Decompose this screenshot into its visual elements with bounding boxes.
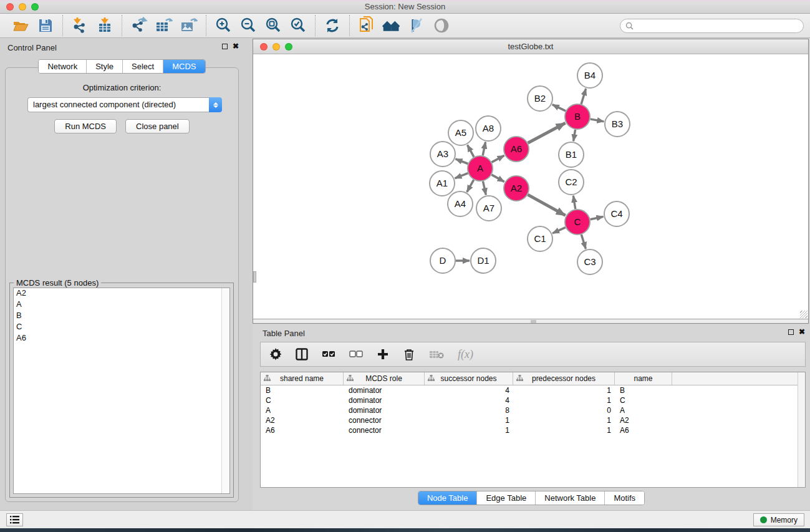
column-header-MCDS-role[interactable]: MCDS role [344,372,425,385]
resize-grip-icon[interactable] [800,311,808,318]
svg-text:A3: A3 [437,148,448,159]
table-cell: connector [344,425,425,435]
import-table-icon[interactable] [95,16,114,35]
status-bar: Memory [0,510,810,528]
control-panel-tabs: Network Style Select MCDS [0,59,244,74]
network-hscroll-thumb[interactable] [531,320,536,323]
export-network-icon[interactable] [130,16,148,35]
zoom-out-icon[interactable] [239,16,258,35]
svg-text:A6: A6 [511,143,522,154]
mcds-result-item[interactable]: A2 [14,288,229,299]
table-cell: A [615,405,672,415]
tab-mcds[interactable]: MCDS [163,60,205,73]
network-vscroll-thumb[interactable] [253,271,256,283]
memory-button[interactable]: Memory [753,513,804,526]
criterion-dropdown[interactable]: largest connected component (directed) [27,97,222,112]
svg-text:C1: C1 [534,233,546,244]
mcds-result-item[interactable]: A [14,299,229,311]
run-mcds-button[interactable]: Run MCDS [54,119,117,133]
add-column-icon[interactable] [377,347,389,362]
zoom-in-icon[interactable] [214,16,233,35]
table-cell: A6 [261,425,344,435]
svg-text:B1: B1 [566,149,577,160]
refresh-icon[interactable] [323,16,342,35]
select-all-icon[interactable] [322,347,335,362]
search-field[interactable] [620,19,804,33]
svg-text:A1: A1 [436,178,448,188]
optimization-criterion-label: Optimization criterion: [6,83,238,92]
table-cell: 1 [513,395,615,405]
mcds-result-item[interactable]: B [14,311,229,322]
node-table[interactable]: shared nameMCDS rolesuccessor nodesprede… [260,372,806,488]
mcds-list-scrollbar[interactable] [221,288,229,493]
table-cell: A6 [615,425,672,435]
close-panel-button[interactable]: Close panel [125,119,190,133]
close-panel-icon[interactable]: ✖ [233,43,239,49]
memory-status-icon [760,516,767,523]
mcds-result-item[interactable]: C [14,322,229,333]
tab-motifs[interactable]: Motifs [605,491,644,505]
tab-edge-table[interactable]: Edge Table [477,491,536,505]
export-image-icon[interactable] [180,16,198,35]
table-cell: connector [344,415,425,425]
task-history-button[interactable] [6,513,23,526]
table-body: Bdominator41BCdominator41CAdominator80AA… [261,385,805,435]
column-header-successor-nodes[interactable]: successor nodes [425,372,513,385]
tab-style[interactable]: Style [87,60,123,73]
network-view-window: testGlobe.txt B4B2BB3A8A5A6A3B1AC2A1A2A4… [253,39,809,324]
table-cell: 4 [425,395,513,405]
table-cell: 1 [513,385,615,395]
tab-network-table[interactable]: Network Table [536,491,605,505]
network-canvas[interactable]: B4B2BB3A8A5A6A3B1AC2A1A2A4A7C4CC1C3DD1 [253,54,808,319]
first-neighbors-icon[interactable] [382,16,401,35]
control-panel-title: Control Panel [7,43,57,52]
tab-select[interactable]: Select [123,60,163,73]
delete-table-icon[interactable] [429,347,444,362]
tab-network[interactable]: Network [39,60,87,73]
zoom-fit-icon[interactable] [264,16,282,35]
table-row[interactable]: Bdominator41B [261,385,805,395]
svg-text:A2: A2 [511,183,522,193]
network-hscroll[interactable] [253,319,808,323]
save-session-icon[interactable] [36,16,55,35]
control-panel: Control Panel ✖ Network Style Select MCD… [0,39,244,510]
application-window: Session: New Session [0,0,810,532]
svg-text:A8: A8 [483,123,494,133]
column-header-predecessor-nodes[interactable]: predecessor nodes [513,372,615,385]
columns-icon[interactable] [296,347,308,362]
mcds-result-item[interactable]: A6 [14,333,229,344]
import-network-icon[interactable] [70,16,89,35]
function-builder-icon[interactable]: f(x) [458,347,473,362]
table-row[interactable]: A2connector11A2 [261,415,805,425]
svg-text:A5: A5 [455,127,466,138]
table-cell: A [261,405,344,415]
table-row[interactable]: Cdominator41C [261,395,805,405]
clone-network-icon[interactable] [357,16,376,35]
delete-column-icon[interactable] [403,347,415,362]
table-row[interactable]: A6connector11A6 [261,425,805,435]
mcds-result-legend: MCDS result (5 nodes) [14,278,101,288]
float-panel-icon[interactable] [222,44,228,49]
network-window-titlebar[interactable]: testGlobe.txt [253,39,808,54]
column-header-shared-name[interactable]: shared name [261,372,344,385]
float-table-panel-icon[interactable] [788,329,794,335]
deselect-all-icon[interactable] [349,347,363,362]
table-scrollbar[interactable] [798,372,805,487]
table-cell: 1 [513,425,615,435]
mcds-result-items: A2ABCA6 [14,288,229,344]
table-cell: 0 [513,405,615,415]
tab-node-table[interactable]: Node Table [418,491,478,505]
search-input[interactable] [637,22,798,31]
svg-text:C: C [574,216,581,227]
hide-selected-icon[interactable] [407,16,426,35]
zoom-selected-icon[interactable] [289,16,307,35]
column-header-name[interactable]: name [615,372,672,385]
export-table-icon[interactable] [155,16,173,35]
table-cell: 1 [513,415,615,425]
show-all-icon[interactable] [432,16,451,35]
settings-gear-icon[interactable] [269,347,282,362]
mcds-result-list[interactable]: A2ABCA6 [13,288,230,494]
close-table-panel-icon[interactable]: ✖ [799,329,805,335]
open-file-icon[interactable] [11,16,30,35]
table-row[interactable]: Adominator80A [261,405,805,415]
